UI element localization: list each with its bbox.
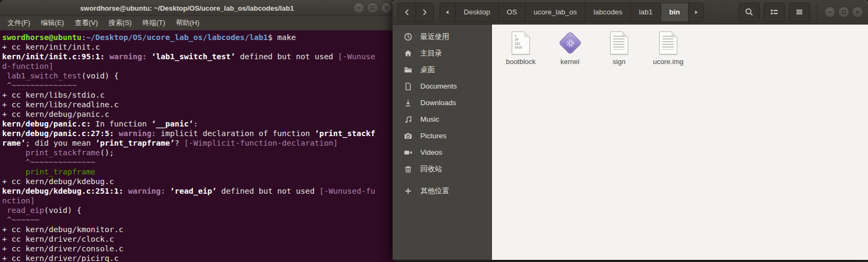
sidebar-item-desktop[interactable]: 桌面 [393, 61, 491, 78]
terminal-line: print_trapframe [2, 167, 395, 177]
search-icon [745, 7, 754, 17]
menu-item-search[interactable]: 搜索(S) [103, 16, 137, 30]
file-item-sign[interactable]: sign [595, 29, 644, 66]
breadcrumb: DesktopOSucore_lab_oslabcodeslab1bin [440, 3, 704, 22]
terminal-line: + cc kern/debug/kmonitor.c [2, 225, 395, 234]
binary-file-icon: 1 10 101 1010 [496, 29, 545, 57]
breadcrumb-item-bin[interactable]: bin [661, 3, 689, 21]
file-manager-headerbar: DesktopOSucore_lab_oslabcodeslab1bin [393, 0, 868, 25]
breadcrumb-scroll-left-button[interactable] [440, 3, 456, 21]
breadcrumb-item-desktop[interactable]: Desktop [456, 3, 499, 21]
text-file-page [610, 31, 628, 54]
file-manager-minimize-button[interactable] [824, 6, 835, 18]
sidebar-item-trash[interactable]: 回收站 [393, 161, 491, 177]
file-manager-maximize-button[interactable] [838, 6, 849, 18]
sidebar-item-label: Downloads [420, 99, 456, 107]
terminal-line: + cc kern/driver/console.c [2, 244, 395, 253]
sidebar-item-label: 桌面 [420, 65, 435, 75]
terminal-line: kern/init/init.c:95:1: warning: ‘lab1_sw… [2, 52, 395, 61]
home-icon [404, 49, 412, 58]
download-icon [404, 99, 412, 107]
terminal-line: ^~~~~~~~~~~~~~~ [2, 157, 395, 167]
terminal-titlebar[interactable]: swordhorse@ubuntu: ~/Desktop/OS/ucore_la… [0, 0, 395, 16]
triangle-left-icon [444, 9, 451, 16]
sidebar-item-label: 回收站 [420, 164, 442, 174]
terminal-line: ^~~~~~~~~~~~~~~ [2, 81, 395, 90]
breadcrumb-item-os[interactable]: OS [499, 3, 526, 21]
menu-item-view[interactable]: 查看(V) [69, 16, 103, 30]
sidebar-item-pictures[interactable]: Pictures [393, 128, 491, 144]
headerbar-separator [817, 5, 817, 20]
file-label: ucore.img [644, 58, 693, 66]
breadcrumb-item-labcodes[interactable]: labcodes [585, 3, 631, 21]
terminal-line: + cc kern/driver/clock.c [2, 234, 395, 244]
maximize-icon [369, 4, 376, 11]
terminal-line: + cc kern/debug/panic.c [2, 109, 395, 119]
headerbar-right [739, 3, 863, 22]
terminal-close-button[interactable] [381, 2, 392, 13]
binary-file-page: 1 10 101 1010 [512, 31, 530, 54]
hamburger-icon [795, 7, 804, 17]
sidebar-item-home[interactable]: 主目录 [393, 45, 491, 61]
breadcrumb-scroll-right-button[interactable] [689, 3, 703, 21]
text-lines [662, 36, 674, 50]
terminal-line: + cc kern/driver/picirq.c [2, 253, 395, 262]
search-button[interactable] [739, 3, 760, 22]
menu-item-file[interactable]: 文件(F) [2, 16, 36, 30]
breadcrumb-item-lab1[interactable]: lab1 [631, 3, 661, 21]
sidebar-item-videos[interactable]: Videos [393, 144, 491, 161]
terminal-minimize-button[interactable] [353, 2, 364, 13]
terminal-line: read_eip(void) { [2, 205, 395, 215]
sidebar-item-label: Music [420, 115, 439, 123]
sidebar-item-downloads[interactable]: Downloads [393, 94, 491, 111]
terminal-line: print_stackframe(); [2, 148, 395, 157]
menu-item-terminal[interactable]: 终端(T) [137, 16, 171, 30]
menu-item-edit[interactable]: 编辑(E) [36, 16, 69, 30]
menu-item-help[interactable]: 帮助(H) [170, 16, 205, 30]
sidebar-item-label: 主目录 [420, 49, 442, 58]
file-grid[interactable]: 1 10 101 1010bootblockkernelsignucore.im… [492, 25, 868, 260]
sidebar: 最近使用主目录桌面DocumentsDownloadsMusicPictures… [393, 25, 492, 260]
clock-icon [404, 33, 412, 41]
terminal-menubar: 文件(F)编辑(E)查看(V)搜索(S)终端(T)帮助(H) [0, 16, 395, 30]
breadcrumb-item-ucore-lab-os[interactable]: ucore_lab_os [526, 3, 585, 21]
sidebar-item-recent[interactable]: 最近使用 [393, 28, 491, 45]
terminal-line: ^~~~~~~ [2, 215, 395, 225]
video-icon [404, 148, 412, 157]
terminal-maximize-button[interactable] [367, 2, 378, 13]
view-toggle-button[interactable] [764, 3, 785, 22]
terminal-line: nction] [2, 196, 395, 205]
document-icon [404, 82, 412, 91]
terminal-line: + cc kern/init/init.c [2, 42, 395, 52]
terminal-line: + cc kern/debug/kdebug.c [2, 177, 395, 186]
close-icon [854, 9, 861, 15]
terminal-line: + cc kern/libs/readline.c [2, 100, 395, 109]
file-item-bootblock[interactable]: 1 10 101 1010bootblock [496, 29, 545, 66]
file-label: bootblock [496, 58, 545, 66]
plus-icon [404, 187, 412, 195]
file-manager-close-button[interactable] [852, 6, 863, 18]
text-file-icon [595, 29, 644, 57]
terminal-line: kern/debug/kdebug.c:251:1: warning: ‘rea… [2, 186, 395, 196]
back-button[interactable] [398, 3, 416, 21]
file-item-ucore-img[interactable]: ucore.img [644, 29, 693, 66]
terminal-line: swordhorse@ubuntu:~/Desktop/OS/ucore_lab… [2, 33, 395, 42]
text-file-page [659, 31, 677, 54]
binary-icon-text: 1 10 101 1010 [514, 34, 522, 50]
maximize-icon [840, 9, 847, 15]
trash-icon [404, 165, 412, 173]
terminal-line: lab1_switch_test(void) { [2, 71, 395, 81]
sidebar-item-music[interactable]: Music [393, 111, 491, 128]
file-item-kernel[interactable]: kernel [545, 29, 595, 66]
sidebar-item-other-locations[interactable]: 其他位置 [393, 182, 491, 199]
terminal-window: swordhorse@ubuntu: ~/Desktop/OS/ucore_la… [0, 0, 395, 262]
terminal-screen[interactable]: swordhorse@ubuntu:~/Desktop/OS/ucore_lab… [0, 31, 395, 262]
sidebar-item-label: 最近使用 [420, 32, 449, 42]
file-label: sign [595, 58, 644, 66]
executable-diamond [558, 31, 582, 54]
app-menu-button[interactable] [789, 3, 810, 22]
terminal-line: d-function] [2, 61, 395, 71]
sidebar-item-documents[interactable]: Documents [393, 78, 491, 94]
forward-button[interactable] [416, 3, 433, 21]
terminal-line: kern/debug/panic.c:27:5: warning: implic… [2, 129, 395, 138]
